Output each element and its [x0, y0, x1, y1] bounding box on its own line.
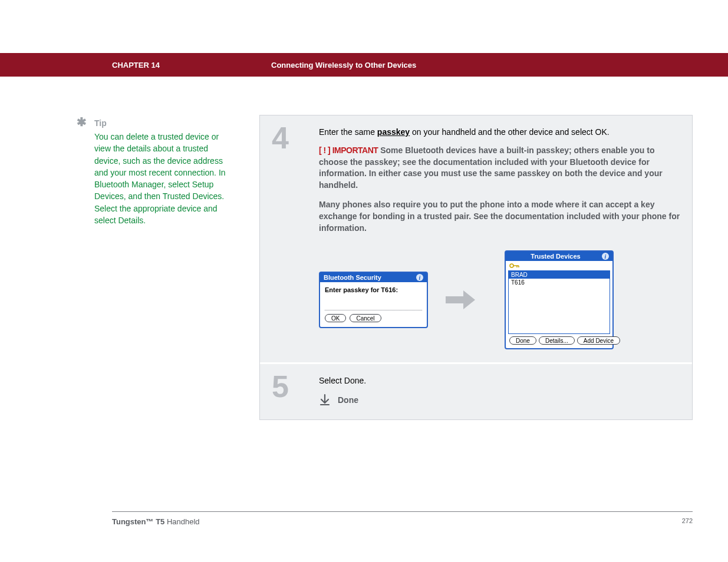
td-list[interactable]: BRAD T616: [508, 270, 610, 334]
steps-container: 4 Enter the same passkey on your handhel…: [259, 115, 693, 420]
instr-pre: Enter the same: [319, 127, 377, 137]
step4-instruction: Enter the same passkey on your handheld …: [319, 127, 680, 137]
tip-heading: Tip: [94, 118, 107, 128]
bt-title: Bluetooth Security: [324, 274, 381, 281]
td-keystrip: [506, 261, 612, 270]
svg-point-0: [510, 264, 513, 267]
important-para2: Many phones also require you to put the …: [319, 199, 680, 234]
done-button[interactable]: Done: [509, 336, 536, 345]
trusted-devices-dialog: Trusted Devices i BRAD T616: [505, 250, 614, 349]
down-arrow-icon: [319, 394, 331, 406]
add-device-button[interactable]: Add Device: [577, 336, 620, 345]
td-title: Trusted Devices: [509, 253, 602, 260]
ok-button[interactable]: OK: [325, 314, 346, 322]
info-icon[interactable]: i: [416, 274, 423, 281]
step-number: 4: [260, 115, 319, 362]
step-5: 5 Select Done. Done: [260, 362, 692, 419]
key-icon: [509, 263, 520, 269]
info-icon[interactable]: i: [602, 253, 609, 260]
bt-prompt: Enter passkey for T616:: [325, 286, 422, 294]
chapter-label: CHAPTER 14: [112, 61, 271, 70]
done-label: Done: [338, 395, 358, 405]
done-row: Done: [319, 394, 680, 406]
step5-instruction: Select Done.: [319, 376, 680, 385]
td-titlebar: Trusted Devices i: [506, 252, 612, 261]
arrow-icon: [428, 281, 493, 319]
important-prefix: [ ! ] IMPORTANT: [319, 146, 378, 155]
asterisk-icon: ✱: [77, 116, 87, 128]
tip-body: You can delete a trusted device or view …: [94, 131, 230, 226]
page-number: 272: [682, 517, 693, 526]
footer: Tungsten™ T5 Handheld 272: [112, 517, 693, 526]
passkey-input[interactable]: [325, 305, 422, 310]
cancel-button[interactable]: Cancel: [350, 314, 381, 322]
product-name: Tungsten™ T5 Handheld: [112, 517, 200, 526]
instr-post: on your handheld and the other device an…: [410, 127, 610, 137]
product-rest: Handheld: [164, 517, 199, 526]
important-block: [ ! ] IMPORTANT Some Bluetooth devices h…: [319, 145, 680, 191]
footer-rule: [112, 511, 693, 512]
bluetooth-security-dialog: Bluetooth Security i Enter passkey for T…: [319, 272, 428, 328]
product-bold: Tungsten™ T5: [112, 517, 164, 526]
bt-titlebar: Bluetooth Security i: [320, 273, 427, 282]
details-button[interactable]: Details...: [539, 336, 575, 345]
step-4: 4 Enter the same passkey on your handhel…: [260, 115, 692, 362]
screenshots-row: Bluetooth Security i Enter passkey for T…: [319, 250, 680, 349]
chapter-title: Connecting Wirelessly to Other Devices: [271, 61, 416, 70]
list-item[interactable]: T616: [509, 279, 610, 286]
list-item[interactable]: BRAD: [509, 271, 610, 279]
step-number: 5: [260, 364, 319, 419]
passkey-link[interactable]: passkey: [377, 127, 410, 137]
header-band: CHAPTER 14 Connecting Wirelessly to Othe…: [0, 53, 728, 77]
